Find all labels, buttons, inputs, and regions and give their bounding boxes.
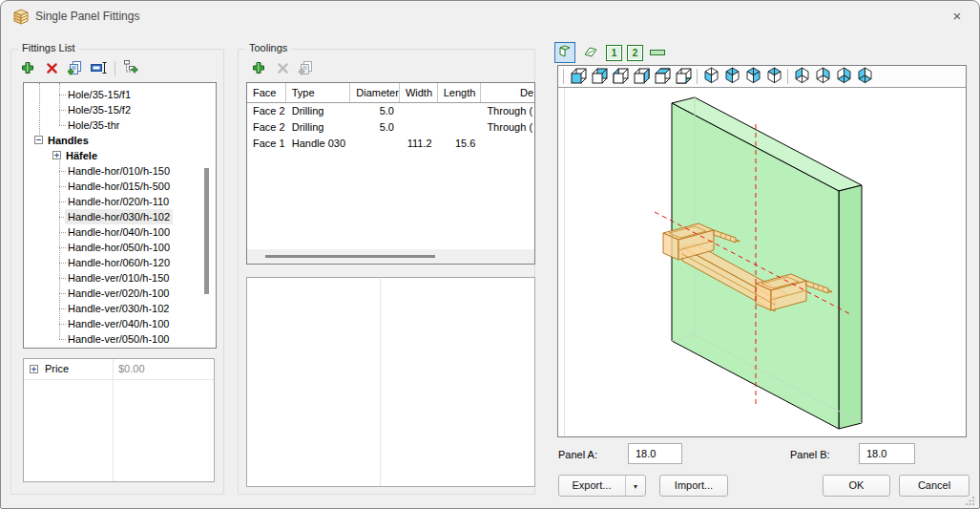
- fittings-tree[interactable]: Hole/35-15/f1Hole/35-15/f2Hole/35-thr−Ha…: [23, 82, 217, 349]
- view-cube-bottom-button[interactable]: [673, 67, 694, 86]
- corner-view-button[interactable]: [554, 42, 575, 63]
- export-button[interactable]: Export... ▼: [558, 475, 646, 497]
- add-tooling-button[interactable]: [250, 60, 267, 77]
- view-cube-front-button[interactable]: [568, 67, 589, 86]
- tooling-cell: [350, 136, 400, 152]
- view-cube-iso-7-button[interactable]: [833, 67, 854, 86]
- column-header-face[interactable]: Face: [247, 83, 286, 102]
- tree-item-handle-ver-010-h-150[interactable]: Handle-ver/010/h-150: [24, 270, 216, 286]
- flat-view-button[interactable]: [580, 42, 601, 63]
- import-button[interactable]: Import...: [659, 475, 728, 497]
- toolings-group-label: Toolings: [245, 42, 291, 53]
- toolbar-grip[interactable]: [561, 69, 564, 84]
- column-header-label: Length: [444, 87, 476, 98]
- tree-item-handle-ver-030-h-102[interactable]: Handle-ver/030/h-102: [24, 301, 216, 316]
- view-cube-front-icon: [570, 67, 588, 87]
- viewer-3d-canvas[interactable]: [558, 88, 966, 436]
- export-dropdown-button[interactable]: ▼: [625, 476, 645, 496]
- tree-item-label: Hole/35-15/f2: [65, 102, 134, 117]
- view-cube-left-button[interactable]: [610, 67, 631, 86]
- ok-button[interactable]: OK: [823, 475, 890, 497]
- delete-fitting-button[interactable]: [43, 60, 60, 77]
- tooling-cell: Drilling: [286, 103, 351, 119]
- tree-item-label: Handle-ver/050/h-100: [65, 331, 172, 347]
- fittings-toolbar: [19, 59, 139, 78]
- view-cube-back-button[interactable]: [589, 67, 610, 86]
- add-icon: [21, 61, 34, 76]
- view-cube-iso-8-button[interactable]: [854, 67, 875, 86]
- tree-item-handle-hor-020-h-110[interactable]: Handle-hor/020/h-110: [24, 194, 216, 209]
- column-header-width[interactable]: Width: [400, 83, 438, 102]
- expand-icon[interactable]: +: [52, 151, 61, 159]
- tooling-row[interactable]: Face 2Drilling5.0Through (: [247, 119, 534, 136]
- tooling-cell: [400, 103, 438, 119]
- add-fitting-button[interactable]: [19, 60, 36, 77]
- price-row[interactable]: + Price $0.00: [24, 359, 214, 380]
- tooling-cell: Face 2: [247, 103, 286, 119]
- close-button[interactable]: ×: [943, 5, 971, 28]
- delete-icon: [46, 62, 58, 76]
- panel-b-input[interactable]: [859, 443, 915, 464]
- tree-item-handle-hor-060-h-120[interactable]: Handle-hor/060/h-120: [24, 255, 216, 270]
- column-header-de[interactable]: De: [481, 83, 534, 102]
- tooling-row[interactable]: Face 2Drilling5.0Through (: [247, 103, 534, 119]
- tree-item-handle-hor-040-h-100[interactable]: Handle-hor/040/h-100: [24, 224, 216, 240]
- column-header-label: Type: [292, 87, 315, 98]
- copy-fitting-button[interactable]: [67, 60, 84, 77]
- tree-item-hole-35-thr[interactable]: Hole/35-thr: [24, 117, 216, 133]
- column-header-type[interactable]: Type: [286, 83, 351, 102]
- tree-item-handle-ver-020-h-100[interactable]: Handle-ver/020/h-100: [24, 286, 216, 301]
- tree-item-handle-hor-050-h-100[interactable]: Handle-hor/050/h-100: [24, 240, 216, 255]
- view-cube-right-button[interactable]: [631, 67, 652, 86]
- edge-view-button[interactable]: [648, 45, 667, 61]
- tree-item-label: Handle-ver/040/h-100: [65, 316, 172, 331]
- view-cube-top-button[interactable]: [652, 67, 673, 86]
- tree-item-handles[interactable]: −Handles: [24, 133, 216, 148]
- panel-a-input[interactable]: [628, 443, 682, 464]
- resize-grip[interactable]: [966, 496, 975, 505]
- view-cube-iso-4-button[interactable]: [763, 67, 784, 86]
- toolings-hscrollbar[interactable]: [247, 249, 534, 264]
- view-cube-iso-5-button[interactable]: [791, 67, 812, 86]
- delete-icon: [277, 62, 289, 76]
- tree-add-icon: [123, 60, 139, 77]
- view-cube-iso-4-icon: [765, 66, 783, 87]
- tree-item-handle-hor-010-h-150[interactable]: Handle-hor/010/h-150: [24, 163, 216, 179]
- tree-item-label: Handle-ver/030/h-102: [65, 301, 172, 316]
- delete-tooling-button: [274, 60, 291, 77]
- rename-fitting-button[interactable]: [91, 60, 108, 77]
- tree-item-handle-hor-030-h-102[interactable]: Handle-hor/030/h-102: [24, 209, 216, 224]
- tree-scrollbar-thumb[interactable]: [204, 168, 209, 294]
- tree-item-handle-ver-050-h-100[interactable]: Handle-ver/050/h-100: [24, 331, 216, 347]
- view-cube-iso-3-button[interactable]: [742, 67, 763, 86]
- canvas-inner-shade: [564, 88, 565, 436]
- view-cube-iso-6-button[interactable]: [812, 67, 833, 86]
- column-header-label: De: [520, 83, 533, 102]
- column-header-diameter[interactable]: Diameter: [350, 83, 400, 102]
- tree-item-handle-ver-040-h-100[interactable]: Handle-ver/040/h-100: [24, 316, 216, 331]
- view-cube-iso-1-button[interactable]: [700, 67, 721, 86]
- tree-item-hole-35-15-f1[interactable]: Hole/35-15/f1: [24, 87, 216, 102]
- view-cube-iso-2-button[interactable]: [721, 67, 742, 86]
- view-cube-bottom-icon: [675, 67, 693, 87]
- tree-item-häfele[interactable]: +Häfele: [24, 148, 216, 163]
- viewer-mode-toolbar: 12: [554, 41, 667, 64]
- price-expander[interactable]: +: [30, 365, 38, 373]
- toolings-table-header[interactable]: FaceTypeDiameterWidthLengthDe: [247, 83, 534, 103]
- column-header-length[interactable]: Length: [438, 83, 482, 102]
- collapse-icon[interactable]: −: [34, 136, 43, 144]
- add-icon: [252, 61, 265, 76]
- tooling-cell: [400, 119, 438, 136]
- toolings-table[interactable]: FaceTypeDiameterWidthLengthDe Face 2Dril…: [246, 82, 535, 265]
- panel-2-view-button[interactable]: 2: [627, 45, 643, 61]
- tree-item-hole-35-15-f2[interactable]: Hole/35-15/f2: [24, 102, 216, 117]
- panel-1-view-button[interactable]: 1: [606, 45, 622, 61]
- move-to-group-button[interactable]: [122, 60, 139, 77]
- column-header-label: Face: [253, 87, 276, 98]
- cancel-button[interactable]: Cancel: [899, 475, 970, 497]
- tree-item-label: Handle-ver/010/h-150: [65, 270, 172, 286]
- tooling-row[interactable]: Face 1Handle 030111.215.6: [247, 136, 534, 152]
- title-bar[interactable]: Single Panel Fittings ×: [1, 1, 979, 32]
- toolings-hscrollbar-thumb[interactable]: [265, 255, 435, 258]
- tree-item-handle-hor-015-h-500[interactable]: Handle-hor/015/h-500: [24, 179, 216, 194]
